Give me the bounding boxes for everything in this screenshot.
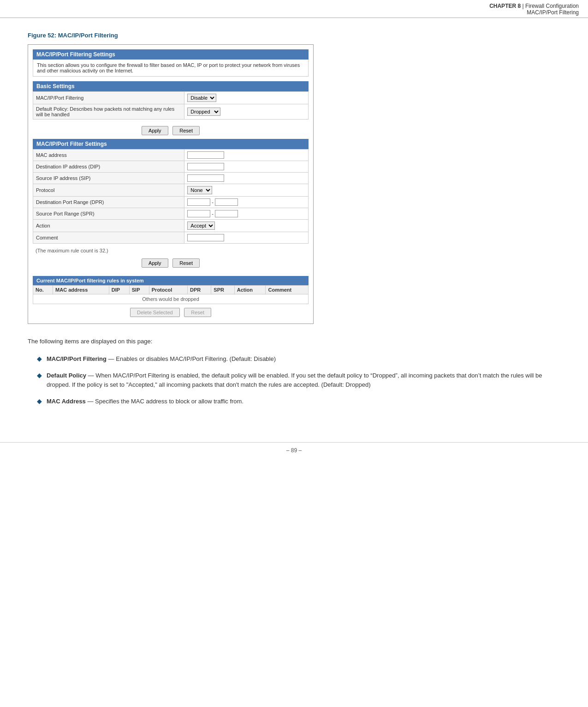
basic-settings-header: Basic Settings (33, 81, 309, 91)
page-header: CHAPTER 8 | Firewall Configuration MAC/I… (0, 0, 588, 18)
dpr-row: Destination Port Range (DPR) - (33, 197, 309, 208)
dpr-end-input[interactable] (215, 198, 238, 206)
col-spr: SPR (211, 286, 234, 294)
comment-input-cell (184, 232, 309, 244)
mac-address-label: MAC address (33, 150, 184, 161)
col-dpr: DPR (188, 286, 211, 294)
intro-text: The following items are displayed on thi… (28, 337, 560, 346)
bullet-term-2: Default Policy (47, 372, 86, 379)
default-policy-select[interactable]: Dropped Accepted (187, 108, 220, 116)
delete-selected-button[interactable]: Delete Selected (130, 308, 180, 317)
filter-settings-buttons: Apply Reset (33, 255, 309, 271)
spr-row: Source Port Range (SPR) - (33, 208, 309, 220)
comment-label: Comment (33, 232, 184, 244)
screenshot-box: MAC/IP/Port Filtering Settings This sect… (28, 44, 314, 324)
sip-input-cell (184, 173, 309, 184)
current-rules-header: Current MAC/IP/Port filtering rules in s… (33, 276, 309, 285)
basic-reset-button[interactable]: Reset (172, 126, 200, 135)
main-section-header: MAC/IP/Port Filtering Settings (33, 49, 309, 60)
header-section1: Firewall Configuration (525, 3, 579, 9)
header-section2: MAC/IP/Port Filtering (527, 9, 579, 16)
basic-settings-buttons: Apply Reset (33, 122, 309, 139)
action-label: Action (33, 220, 184, 232)
bullet-desc-2: When MAC/IP/Port Filtering is enabled, t… (47, 372, 542, 388)
sip-row: Source IP address (SIP) (33, 173, 309, 184)
bullet-item-3: ◆ MAC Address — Specifies the MAC addres… (28, 397, 560, 406)
sip-input[interactable] (187, 174, 224, 182)
bullet-content-2: Default Policy — When MAC/IP/Port Filter… (47, 371, 560, 389)
default-policy-label: Default Policy: Describes how packets no… (33, 104, 184, 120)
mac-filtering-select-cell: Disable Enable (184, 92, 309, 104)
dip-label: Destination IP address (DIP) (33, 161, 184, 173)
bullet-desc-3: Specifies the MAC address to block or al… (95, 398, 244, 405)
action-select-cell: Accept Drop (184, 220, 309, 232)
delete-row: Delete Selected Reset (33, 304, 309, 319)
dip-input[interactable] (187, 163, 224, 170)
col-mac: MAC address (53, 286, 109, 294)
rules-reset-button[interactable]: Reset (184, 308, 211, 317)
mac-address-row: MAC address (33, 150, 309, 161)
default-policy-select-cell: Dropped Accepted (184, 104, 309, 120)
spr-range: - (187, 210, 305, 217)
default-policy-row: Default Policy: Describes how packets no… (33, 104, 309, 120)
bullet-content-1: MAC/IP/Port Filtering — Enables or disab… (47, 354, 276, 364)
dpr-input-cell: - (184, 197, 309, 208)
col-sip: SIP (129, 286, 149, 294)
dip-input-cell (184, 161, 309, 173)
protocol-label: Protocol (33, 184, 184, 197)
bullet-sep-2: — (86, 372, 95, 379)
comment-row: Comment (33, 232, 309, 244)
mac-address-input-cell (184, 150, 309, 161)
bullet-section: ◆ MAC/IP/Port Filtering — Enables or dis… (28, 354, 560, 407)
bullet-content-3: MAC Address — Specifies the MAC address … (47, 397, 244, 406)
basic-settings-table: MAC/IP/Port Filtering Disable Enable Def… (33, 91, 309, 120)
bullet-sep-1: — (107, 355, 116, 362)
protocol-select[interactable]: None TCP UDP ICMP (187, 186, 212, 194)
figure-title: Figure 52: MAC/IP/Port Filtering (28, 32, 560, 39)
chapter-label: CHAPTER 8 (489, 3, 521, 9)
action-row: Action Accept Drop (33, 220, 309, 232)
dpr-label: Destination Port Range (DPR) (33, 197, 184, 208)
filter-settings-header: MAC/IP/Port Filter Settings (33, 139, 309, 149)
spr-separator: - (212, 211, 214, 216)
info-text: This section allows you to configure the… (33, 60, 309, 77)
filter-settings-table: MAC address Destination IP address (DIP)… (33, 149, 309, 244)
others-row: Others would be dropped (33, 294, 309, 304)
protocol-select-cell: None TCP UDP ICMP (184, 184, 309, 197)
dip-row: Destination IP address (DIP) (33, 161, 309, 173)
page-footer: – 89 – (0, 442, 588, 463)
bullet-term-3: MAC Address (47, 398, 86, 405)
comment-input[interactable] (187, 234, 224, 241)
rules-table: No. MAC address DIP SIP Protocol DPR SPR… (33, 285, 309, 304)
spr-end-input[interactable] (215, 210, 238, 217)
bullet-item-1: ◆ MAC/IP/Port Filtering — Enables or dis… (28, 354, 560, 364)
rules-header-row: No. MAC address DIP SIP Protocol DPR SPR… (33, 286, 309, 294)
col-dip: DIP (109, 286, 129, 294)
dpr-range: - (187, 198, 305, 206)
mac-address-input[interactable] (187, 151, 224, 159)
spr-start-input[interactable] (187, 210, 210, 217)
col-protocol: Protocol (149, 286, 187, 294)
bullet-sep-3: — (86, 398, 95, 405)
spr-label: Source Port Range (SPR) (33, 208, 184, 220)
dpr-separator: - (212, 199, 214, 205)
filter-apply-button[interactable]: Apply (142, 258, 168, 268)
basic-apply-button[interactable]: Apply (142, 126, 168, 135)
others-text: Others would be dropped (33, 294, 309, 304)
bullet-diamond-2: ◆ (37, 371, 42, 379)
page-number: – 89 – (286, 447, 302, 454)
action-select[interactable]: Accept Drop (187, 222, 215, 230)
protocol-row: Protocol None TCP UDP ICMP (33, 184, 309, 197)
bullet-desc-1: Enables or disables MAC/IP/Port Filterin… (116, 355, 276, 362)
mac-filtering-label: MAC/IP/Port Filtering (33, 92, 184, 104)
bullet-diamond-3: ◆ (37, 397, 42, 405)
filter-reset-button[interactable]: Reset (172, 258, 200, 268)
main-content: Figure 52: MAC/IP/Port Filtering MAC/IP/… (0, 18, 588, 433)
mac-filtering-row: MAC/IP/Port Filtering Disable Enable (33, 92, 309, 104)
col-no: No. (33, 286, 53, 294)
mac-filtering-select[interactable]: Disable Enable (187, 94, 216, 102)
dpr-start-input[interactable] (187, 198, 210, 206)
spr-input-cell: - (184, 208, 309, 220)
sip-label: Source IP address (SIP) (33, 173, 184, 184)
bullet-term-1: MAC/IP/Port Filtering (47, 355, 107, 362)
